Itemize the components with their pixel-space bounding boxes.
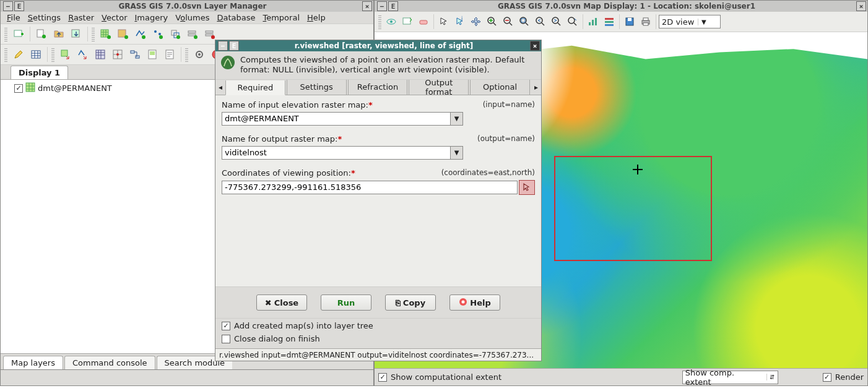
- attribute-table-button[interactable]: [28, 47, 43, 62]
- view-mode-select[interactable]: 2D view ▼: [659, 15, 721, 28]
- show-extent-checkbox[interactable]: [378, 373, 387, 382]
- render-button[interactable]: [384, 14, 399, 29]
- add-raster-misc-button[interactable]: [116, 27, 131, 41]
- toolbar-grip[interactable]: [185, 47, 188, 62]
- tabs-scroll-right[interactable]: ▸: [531, 80, 541, 95]
- wm-expand-button[interactable]: E: [14, 1, 24, 11]
- query-button[interactable]: i: [453, 14, 467, 29]
- toolbar-grip[interactable]: [4, 47, 7, 62]
- menu-vector[interactable]: Vector: [99, 12, 129, 23]
- workspace-save-button[interactable]: [69, 27, 84, 41]
- menu-volumes[interactable]: Volumes: [173, 12, 212, 23]
- wm-menu-button[interactable]: −: [218, 41, 228, 51]
- svg-rect-39: [420, 20, 427, 24]
- menu-help[interactable]: Help: [305, 12, 328, 23]
- import-raster-button[interactable]: [58, 47, 73, 62]
- wm-close-button[interactable]: ×: [856, 1, 866, 11]
- svg-rect-53: [605, 24, 614, 26]
- save-display-button[interactable]: [622, 14, 637, 29]
- wm-expand-button[interactable]: E: [229, 41, 239, 51]
- print-button[interactable]: [638, 14, 653, 29]
- svg-point-5: [107, 35, 111, 39]
- script-button[interactable]: [162, 47, 177, 62]
- pick-coordinates-button[interactable]: [519, 180, 535, 195]
- add-group-button[interactable]: [185, 27, 200, 41]
- layer-manager-titlebar[interactable]: − E GRASS GIS 7.0.0svn Layer Manager ×: [1, 1, 373, 12]
- erase-button[interactable]: [416, 14, 431, 29]
- dlg-tab-refraction[interactable]: Refraction: [348, 80, 408, 95]
- wm-menu-button[interactable]: −: [3, 1, 13, 11]
- tab-map-layers[interactable]: Map layers: [3, 356, 63, 369]
- help-icon: [459, 298, 467, 308]
- menu-imagery[interactable]: Imagery: [132, 12, 171, 23]
- input-raster-field[interactable]: [222, 112, 451, 126]
- dialog-titlebar[interactable]: − E r.viewshed [raster, viewshed, line o…: [215, 40, 541, 51]
- workspace-new-button[interactable]: [34, 27, 49, 41]
- add-vector-misc-button[interactable]: [150, 27, 165, 41]
- cartographic-composer-button[interactable]: [145, 47, 160, 62]
- menu-settings[interactable]: Settings: [25, 12, 63, 23]
- zoom-extent-button[interactable]: [517, 14, 532, 29]
- menu-raster[interactable]: Raster: [66, 12, 97, 23]
- add-to-tree-checkbox[interactable]: [222, 322, 230, 330]
- run-button[interactable]: Run: [321, 294, 371, 311]
- dialog-close-button[interactable]: ×: [530, 41, 540, 51]
- tab-command-console[interactable]: Command console: [64, 356, 155, 369]
- pan-button[interactable]: [469, 14, 484, 29]
- wm-expand-button[interactable]: E: [388, 1, 398, 11]
- add-overlay-button[interactable]: [168, 27, 183, 41]
- dropdown-button[interactable]: ▼: [451, 146, 463, 160]
- svg-rect-52: [605, 21, 614, 23]
- dialog-form: Name of input elevation raster map:* (in…: [215, 95, 541, 287]
- toolbar-grip[interactable]: [378, 14, 381, 29]
- svg-rect-15: [188, 31, 196, 33]
- map-display-titlebar[interactable]: − E GRASS GIS 7.0.0svn Map Display: 1 - …: [375, 1, 867, 12]
- settings-button[interactable]: [192, 47, 207, 62]
- status-mode-select[interactable]: Show comp. extent ⇵: [682, 371, 778, 384]
- display-tab[interactable]: Display 1: [11, 66, 68, 79]
- menu-file[interactable]: File: [4, 12, 23, 23]
- zoom-next-button[interactable]: [549, 14, 564, 29]
- pointer-button[interactable]: [436, 14, 451, 29]
- redraw-button[interactable]: [400, 14, 415, 29]
- dialog-description: Computes the viewshed of a point on an e…: [240, 55, 536, 75]
- analyze-button[interactable]: [586, 14, 601, 29]
- layer-manager-menubar: File Settings Raster Vector Imagery Volu…: [1, 12, 373, 24]
- zoom-last-button[interactable]: [533, 14, 548, 29]
- add-vector-button[interactable]: [133, 27, 148, 41]
- wm-menu-button[interactable]: −: [377, 1, 387, 11]
- svg-rect-50: [595, 18, 597, 25]
- output-raster-field[interactable]: [222, 146, 451, 160]
- tabs-scroll-left[interactable]: ◂: [215, 80, 225, 95]
- import-vector-button[interactable]: [76, 47, 90, 62]
- dlg-tab-settings[interactable]: Settings: [287, 80, 347, 95]
- workspace-open-button[interactable]: [51, 27, 66, 41]
- close-on-finish-checkbox[interactable]: [222, 335, 230, 343]
- menu-temporal[interactable]: Temporal: [260, 12, 302, 23]
- toolbar-grip[interactable]: [51, 47, 54, 62]
- new-display-button[interactable]: [11, 27, 26, 41]
- toolbar-grip[interactable]: [92, 27, 95, 41]
- help-button[interactable]: Help: [449, 294, 500, 311]
- toolbar-grip[interactable]: [4, 27, 7, 41]
- layer-visibility-checkbox[interactable]: [14, 84, 23, 93]
- raster-calc-button[interactable]: [93, 47, 108, 62]
- zoom-in-button[interactable]: [485, 14, 500, 29]
- copy-button[interactable]: ⎘ Copy: [385, 294, 436, 311]
- zoom-menu-button[interactable]: [565, 14, 580, 29]
- auto-render-checkbox[interactable]: [823, 373, 831, 382]
- dropdown-button[interactable]: ▼: [451, 112, 463, 126]
- georectify-button[interactable]: [110, 47, 125, 62]
- coordinates-field[interactable]: [222, 181, 518, 194]
- dlg-tab-required[interactable]: Required: [225, 80, 285, 95]
- wm-close-button[interactable]: ×: [362, 1, 372, 11]
- zoom-out-button[interactable]: [501, 14, 516, 29]
- dlg-tab-output-format[interactable]: Output format: [409, 80, 469, 95]
- dlg-tab-optional[interactable]: Optional: [470, 80, 530, 95]
- modeler-button[interactable]: [128, 47, 142, 62]
- edit-vector-button[interactable]: [11, 47, 26, 62]
- add-raster-button[interactable]: [98, 27, 113, 41]
- overlay-menu-button[interactable]: [602, 14, 617, 29]
- menu-database[interactable]: Database: [214, 12, 258, 23]
- close-button[interactable]: ✖ Close: [256, 294, 307, 311]
